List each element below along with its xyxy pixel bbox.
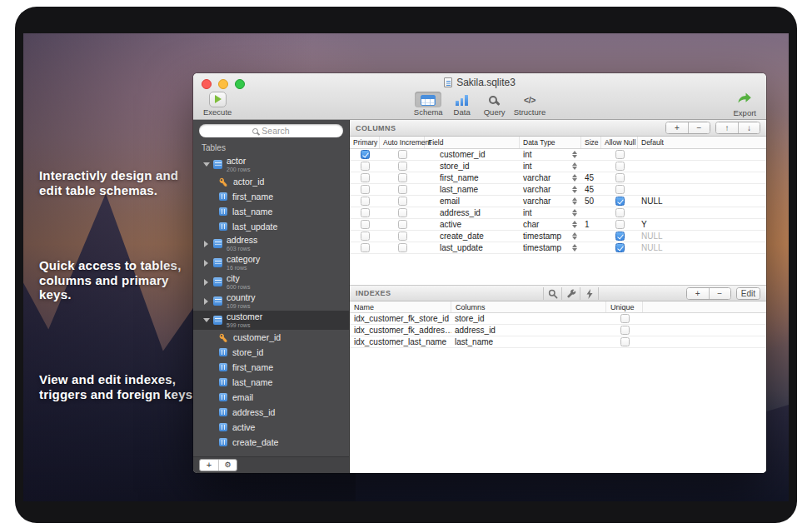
sidebar-column-customer_id[interactable]: customer_id [193,330,349,345]
allow-null-checkbox[interactable] [615,150,625,159]
toolbar-tab-data[interactable]: Data [447,91,477,117]
toolbar-tab-schema[interactable]: Schema [412,91,445,117]
edit-index-button[interactable]: Edit [737,288,760,299]
sidebar-column-address_id[interactable]: address_id [193,405,349,420]
primary-checkbox[interactable] [361,150,370,159]
primary-checkbox[interactable] [361,243,370,252]
sidebar-table-category[interactable]: category16 rows [193,253,349,272]
column-row-create_date[interactable]: create_datetimestampNULL [350,231,766,242]
remove-index-button[interactable]: − [709,288,730,299]
allow-null-checkbox[interactable] [615,232,625,241]
auto-increment-checkbox[interactable] [398,197,407,206]
window-content: Search Tables actor200 rowsactor_idfirst… [193,120,766,473]
auto-increment-checkbox[interactable] [398,173,407,182]
sidebar-column-email[interactable]: email [193,390,349,405]
unique-checkbox[interactable] [620,314,630,323]
add-index-button[interactable]: + [687,288,709,299]
allow-null-checkbox[interactable] [615,220,625,229]
toolbar-tab-structure[interactable]: </>Structure [512,91,548,117]
data-type-stepper[interactable] [572,186,577,194]
primary-checkbox[interactable] [361,208,370,217]
sidebar-column-store_id[interactable]: store_id [193,345,349,360]
primary-checkbox[interactable] [361,197,370,206]
disclosure-triangle-icon[interactable] [203,260,209,266]
zoom-button[interactable] [235,79,245,89]
close-button[interactable] [202,79,212,89]
actions-gear-button[interactable]: ⚙ [218,460,237,471]
foreign-keys-bolt-icon[interactable] [580,287,599,300]
data-type-stepper[interactable] [572,244,577,252]
move-column-up-button[interactable]: ↑ [716,122,738,133]
sidebar-table-customer[interactable]: customer599 rows [193,311,349,330]
sidebar-column-first_name[interactable]: first_name [193,360,349,375]
sidebar-column-active[interactable]: active [193,420,349,435]
primary-checkbox[interactable] [361,232,370,241]
sidebar-table-country[interactable]: country109 rows [193,291,349,311]
auto-increment-checkbox[interactable] [398,243,407,252]
column-row-customer_id[interactable]: customer_idint [350,149,766,161]
allow-null-checkbox[interactable] [615,208,625,217]
auto-increment-checkbox[interactable] [398,232,407,241]
data-type-stepper[interactable] [572,197,577,206]
auto-increment-checkbox[interactable] [398,220,407,229]
unique-checkbox[interactable] [620,337,630,346]
disclosure-triangle-icon[interactable] [203,279,209,286]
auto-increment-checkbox[interactable] [398,150,407,159]
primary-checkbox[interactable] [361,220,370,229]
data-type-stepper[interactable] [572,221,577,229]
primary-checkbox[interactable] [361,162,370,171]
minimize-button[interactable] [218,79,228,89]
allow-null-checkbox[interactable] [615,197,625,206]
data-type-stepper[interactable] [572,174,577,182]
move-column-down-button[interactable]: ↓ [738,122,760,133]
allow-null-checkbox[interactable] [615,173,625,182]
data-type-stepper[interactable] [572,209,577,217]
remove-column-button[interactable]: − [688,122,710,133]
sidebar-column-create_date[interactable]: create_date [193,435,349,450]
structure-icon: </> [524,95,536,106]
column-row-address_id[interactable]: address_idint [350,207,766,219]
auto-increment-checkbox[interactable] [398,208,407,217]
execute-button[interactable]: Execute [202,91,233,117]
toolbar-tab-query[interactable]: Query [480,91,510,117]
index-row-idx_customer_last_name[interactable]: idx_customer_last_namelast_name [350,336,766,348]
triggers-wrench-icon[interactable] [562,287,580,300]
column-row-email[interactable]: emailvarchar50NULL [350,196,766,207]
data-type-stepper[interactable] [572,162,577,171]
allow-null-checkbox[interactable] [615,243,625,252]
column-row-last_name[interactable]: last_namevarchar45 [350,184,766,196]
sidebar-column-last_update[interactable]: last_update [193,219,349,234]
column-row-last_update[interactable]: last_updatetimestampNULL [350,242,766,254]
sidebar-column-actor_id[interactable]: actor_id [193,174,349,189]
data-type-stepper[interactable] [572,151,577,159]
sidebar-column-last_name[interactable]: last_name [193,375,349,390]
add-table-button[interactable]: + [200,460,218,471]
index-row-idx_customer_fk_addres…[interactable]: idx_customer_fk_addres…address_id [350,325,766,336]
column-name: customer_id [233,332,281,342]
allow-null-checkbox[interactable] [615,162,625,171]
allow-null-checkbox[interactable] [615,185,625,194]
index-row-idx_customer_fk_store_id[interactable]: idx_customer_fk_store_idstore_id [350,313,766,325]
export-button[interactable]: Export [732,90,758,118]
disclosure-triangle-icon[interactable] [203,298,209,305]
auto-increment-checkbox[interactable] [398,162,407,171]
primary-checkbox[interactable] [361,173,370,182]
auto-increment-checkbox[interactable] [398,185,407,194]
data-type-stepper[interactable] [572,232,577,241]
disclosure-triangle-icon[interactable] [203,162,209,167]
sidebar-column-first_name[interactable]: first_name [193,189,349,204]
disclosure-triangle-icon[interactable] [203,318,209,322]
column-row-first_name[interactable]: first_namevarchar45 [350,172,766,184]
sidebar-table-actor[interactable]: actor200 rows [193,155,349,174]
primary-checkbox[interactable] [361,185,370,194]
sidebar-table-city[interactable]: city600 rows [193,272,349,291]
add-column-button[interactable]: + [666,122,688,133]
indexes-search-icon[interactable] [544,287,562,300]
column-row-active[interactable]: activechar1Y [350,219,766,231]
search-input[interactable]: Search [199,124,343,137]
column-row-store_id[interactable]: store_idint [350,161,766,172]
disclosure-triangle-icon[interactable] [203,241,209,247]
sidebar-column-last_name[interactable]: last_name [193,204,349,219]
sidebar-table-address[interactable]: address603 rows [193,234,349,253]
unique-checkbox[interactable] [620,326,630,335]
